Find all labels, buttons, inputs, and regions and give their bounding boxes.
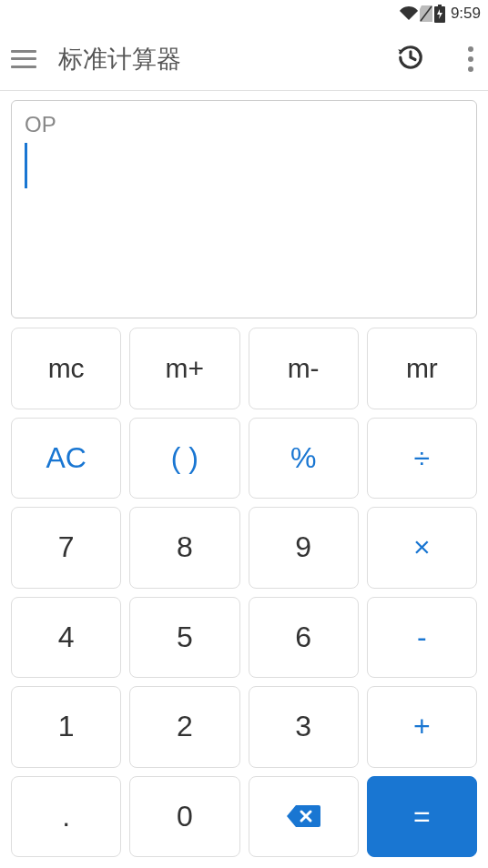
status-time: 9:59: [451, 5, 481, 23]
status-icons: 9:59: [400, 5, 481, 23]
battery-icon: [434, 5, 445, 23]
key-plus[interactable]: +: [367, 686, 477, 768]
key-1[interactable]: 1: [11, 686, 121, 768]
keypad: mc m+ m- mr AC ( ) % ÷ 7 8 9 × 4 5 6 - 1…: [0, 328, 488, 868]
app-title: 标准计算器: [58, 43, 375, 76]
app-bar: 标准计算器: [0, 27, 488, 91]
key-memory-recall[interactable]: mr: [367, 328, 477, 409]
key-memory-minus[interactable]: m-: [249, 328, 359, 409]
key-4[interactable]: 4: [11, 597, 121, 679]
key-percent[interactable]: %: [249, 418, 359, 500]
display[interactable]: OP: [11, 100, 477, 318]
history-icon[interactable]: [397, 44, 424, 75]
key-memory-clear[interactable]: mc: [11, 328, 121, 409]
key-backspace[interactable]: [249, 776, 359, 858]
svg-rect-2: [438, 5, 442, 6]
key-9[interactable]: 9: [249, 507, 359, 589]
status-bar: 9:59: [0, 0, 488, 27]
key-memory-plus[interactable]: m+: [129, 328, 239, 409]
key-8[interactable]: 8: [129, 507, 239, 589]
key-2[interactable]: 2: [129, 686, 239, 768]
key-0[interactable]: 0: [129, 776, 239, 858]
key-divide[interactable]: ÷: [367, 418, 477, 500]
menu-icon[interactable]: [11, 50, 36, 68]
wifi-icon: [400, 6, 418, 21]
key-6[interactable]: 6: [249, 597, 359, 679]
display-label: OP: [25, 112, 463, 137]
key-all-clear[interactable]: AC: [11, 418, 121, 500]
cursor: [25, 143, 27, 188]
key-equals[interactable]: =: [367, 776, 477, 858]
backspace-icon: [285, 802, 321, 830]
key-multiply[interactable]: ×: [367, 507, 477, 589]
key-minus[interactable]: -: [367, 597, 477, 679]
key-parentheses[interactable]: ( ): [129, 418, 239, 500]
key-7[interactable]: 7: [11, 507, 121, 589]
key-decimal[interactable]: .: [11, 776, 121, 858]
key-5[interactable]: 5: [129, 597, 239, 679]
more-icon[interactable]: [464, 43, 477, 76]
sim-icon: [420, 5, 432, 22]
key-3[interactable]: 3: [249, 686, 359, 768]
